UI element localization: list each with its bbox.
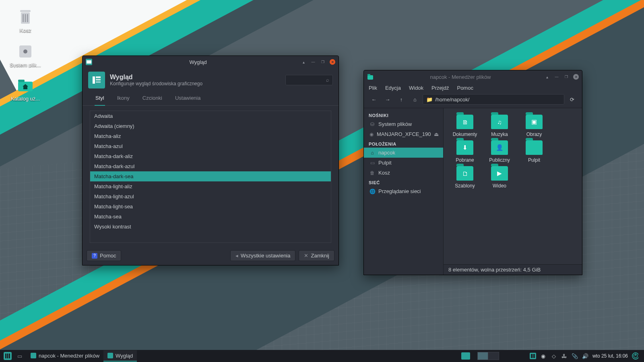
updates-icon[interactable]: ◉ [540,353,547,359]
all-settings-button[interactable]: ◂Wszystkie ustawienia [230,250,296,261]
minimize-button[interactable] [310,59,316,65]
desktop-icon-home[interactable]: Katalog uż... [3,77,47,102]
folder-item[interactable]: 🗋Szablony [451,166,479,189]
sidebar-item[interactable]: 🌐Przeglądanie sieci [364,186,443,196]
tab-ustawienia[interactable]: Ustawienia [174,93,202,105]
style-option[interactable]: Matcha-aliz [90,131,331,141]
desktop-icon-trash[interactable]: Kosz [3,9,47,33]
workspace-switcher[interactable] [477,352,499,360]
task-icon [107,353,113,358]
menu-plik[interactable]: Plik [369,85,377,91]
style-option[interactable]: Matcha-azul [90,141,331,151]
volume-icon[interactable]: 🔊 [582,353,588,359]
nav-forward-button[interactable]: → [382,94,394,105]
sidebar-item[interactable]: ◉MANJARO_XFCE_190⏏ [364,129,443,139]
nav-home-button[interactable]: ⌂ [409,94,421,105]
style-option[interactable]: Matcha-dark-sea [90,171,331,181]
trash-icon [17,9,33,25]
minimize-button[interactable] [554,74,559,80]
path-text: /home/napcok/ [435,97,469,103]
svg-rect-2 [23,14,24,22]
cd-icon: ◉ [369,132,374,137]
titlebar[interactable]: napcok - Menedżer plików [364,70,582,83]
svg-rect-1 [20,10,31,12]
shade-button[interactable] [544,74,550,80]
style-option[interactable]: Matcha-light-sea [90,202,331,212]
maximize-button[interactable] [320,59,326,65]
svg-rect-27 [534,354,535,358]
help-button[interactable]: ?Pomoc [87,250,121,261]
svg-rect-20 [7,354,8,358]
desktop-icon-filesystem[interactable]: System plik... [3,43,47,68]
sidebar-item[interactable]: 🗑Kosz [364,168,443,178]
menu-widok[interactable]: Widok [409,85,423,91]
nav-back-button[interactable]: ← [368,94,380,105]
svg-point-6 [23,49,27,53]
style-option[interactable]: Adwaita [90,111,331,121]
close-button[interactable] [330,59,335,65]
menu-pomoc[interactable]: Pomoc [457,85,473,91]
close-icon: ✕ [304,253,308,259]
style-option[interactable]: Matcha-light-azul [90,191,331,202]
desktop-icon-label: Katalog uż... [3,96,47,102]
show-desktop-button[interactable]: ▭ [14,351,25,361]
power-icon[interactable] [632,353,638,359]
desktop-icon-label: Kosz [3,27,47,33]
tab-czcionki[interactable]: Czcionki [142,93,163,105]
tab-styl[interactable]: Styl [95,93,105,106]
tray-notification-icon[interactable] [461,352,470,360]
menu-przejdź[interactable]: Przejdź [431,85,449,91]
reload-button[interactable]: ⟳ [566,94,578,105]
clock[interactable]: wto 25 lut, 16:06 [592,353,628,359]
folder-item[interactable]: 👤Publiczny [485,140,514,163]
style-option[interactable]: Adwaita (ciemny) [90,121,331,131]
sidebar-item[interactable]: ▭Pulpit [364,158,443,168]
workspace-1[interactable] [478,352,488,360]
svg-rect-15 [96,81,101,83]
eject-icon[interactable]: ⏏ [434,131,439,137]
folder-item[interactable]: 🗎Dokumenty [451,115,479,137]
svg-rect-22 [31,353,36,358]
style-option[interactable]: Matcha-dark-aliz [90,151,331,161]
appearance-icon [88,72,105,88]
file-grid[interactable]: 🗎Dokumenty♫Muzyka▣Obrazy⬇Pobrane👤Publicz… [444,108,582,264]
svg-rect-17 [367,74,370,76]
maximize-button[interactable] [564,74,569,80]
folder-icon: ▣ [526,115,543,129]
manjaro-tray-icon[interactable] [530,353,536,359]
clipboard-icon[interactable]: 📎 [572,353,578,359]
folder-item[interactable]: ♫Muzyka [485,115,514,137]
shield-icon[interactable]: ◇ [551,353,557,359]
app-icon [86,59,92,65]
workspace-2[interactable] [488,352,499,360]
style-option[interactable]: Matcha-light-aliz [90,181,331,191]
close-button[interactable] [573,74,579,80]
shade-button[interactable] [301,59,306,65]
folder-item[interactable]: ▣Obrazy [520,115,548,137]
taskbar-task[interactable]: Wygląd [103,350,137,362]
svg-rect-21 [9,354,10,358]
style-option[interactable]: Wysoki kontrast [90,222,331,232]
style-option[interactable]: Matcha-sea [90,212,331,222]
taskbar-task[interactable]: napcok - Menedżer plików [27,350,103,362]
network-icon[interactable]: 🖧 [561,353,568,359]
sidebar-item[interactable]: ⛁System plików [364,119,443,129]
menu-edycja[interactable]: Edycja [385,85,401,91]
search-input[interactable]: ⌕ [285,75,333,85]
close-dialog-button[interactable]: ✕Zamknij [299,250,334,261]
folder-icon: 📁 [426,97,433,103]
folder-item[interactable]: ⬇Pobrane [451,140,479,163]
folder-item[interactable]: Pulpit [520,140,548,163]
taskbar: ▭ napcok - Menedżer plikówWygląd ◉ ◇ 🖧 📎… [0,350,644,362]
path-bar[interactable]: 📁 /home/napcok/ [423,94,564,105]
folder-item[interactable]: ▶Wideo [485,166,514,189]
style-option[interactable]: Matcha-dark-azul [90,161,331,171]
style-list[interactable]: AdwaitaAdwaita (ciemny)Matcha-alizMatcha… [90,111,331,243]
svg-rect-19 [5,354,6,358]
globe-icon: 🌐 [369,189,375,194]
nav-up-button[interactable]: ↑ [395,94,407,105]
titlebar[interactable]: Wygląd [83,56,339,68]
start-menu-button[interactable] [2,351,13,361]
tab-ikony[interactable]: Ikony [116,93,130,105]
sidebar-item[interactable]: ⌂napcok [364,148,443,158]
